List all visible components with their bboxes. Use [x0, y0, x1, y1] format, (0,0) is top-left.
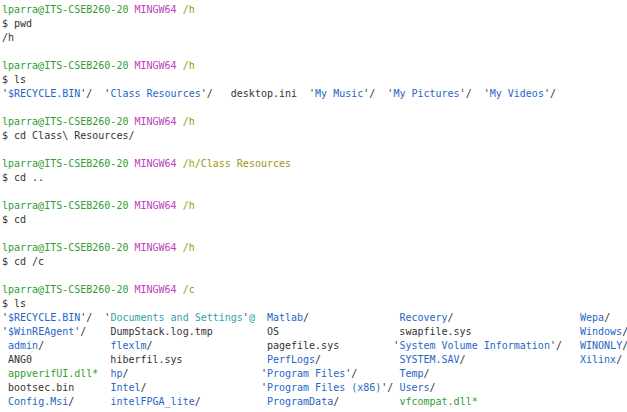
- terminal-text-segment: /h/Class Resources: [183, 158, 291, 169]
- terminal-line: lparra@ITS-CSEB260-20 MINGW64 /h: [2, 199, 627, 213]
- terminal-text-segment: Recovery: [399, 312, 447, 323]
- terminal-text-segment: WINONLY: [580, 340, 622, 351]
- terminal-text-segment: /h: [183, 4, 195, 15]
- terminal-line: lparra@ITS-CSEB260-20 MINGW64 /h: [2, 59, 627, 73]
- terminal-text-segment: /: [622, 340, 627, 351]
- terminal-text-segment: lparra@ITS-CSEB260-20: [2, 4, 128, 15]
- terminal-line: lparra@ITS-CSEB260-20 MINGW64 /h: [2, 3, 627, 17]
- terminal-text-segment: / ': [140, 382, 266, 393]
- terminal-text-segment: /h: [183, 200, 195, 211]
- terminal-text-segment: SYSTEM.SAV: [399, 354, 459, 365]
- terminal-text-segment: '/: [381, 382, 399, 393]
- terminal-line: lparra@ITS-CSEB260-20 MINGW64 /c: [2, 283, 627, 297]
- terminal-text-segment: ProgramData: [267, 396, 333, 407]
- terminal-text-segment: '/: [544, 88, 556, 99]
- terminal-line: $ pwd: [2, 17, 627, 31]
- terminal-text-segment: /: [38, 340, 110, 351]
- terminal-text-segment: lparra@ITS-CSEB260-20: [2, 116, 128, 127]
- terminal-text-segment: My Pictures: [393, 88, 459, 99]
- terminal-text-segment: Intel: [110, 382, 140, 393]
- terminal-text-segment: lparra@ITS-CSEB260-20: [2, 200, 128, 211]
- terminal-text-segment: Users: [399, 382, 429, 393]
- terminal-text-segment: /h: [183, 242, 195, 253]
- terminal-text-segment: /h: [183, 116, 195, 127]
- terminal-line: admin/ flexlm/ pagefile.sys 'System Volu…: [2, 339, 627, 353]
- terminal-line: [2, 227, 627, 241]
- terminal-text-segment: /: [448, 312, 580, 323]
- terminal-text-segment: /: [460, 354, 580, 365]
- terminal-text-segment: Windows: [580, 326, 622, 337]
- terminal-text-segment: /h: [2, 32, 14, 43]
- terminal-text-segment: '/: [550, 340, 580, 351]
- terminal-text-segment: ANG0 hiberfil.sys: [2, 354, 267, 365]
- terminal-text-segment: $ cd: [2, 214, 26, 225]
- terminal-text-segment: /h: [183, 60, 195, 71]
- terminal-text-segment: flexlm: [110, 340, 146, 351]
- terminal-text-segment: lparra@ITS-CSEB260-20: [2, 60, 128, 71]
- terminal-text-segment: MINGW64: [134, 116, 176, 127]
- terminal-text-segment: MINGW64: [134, 200, 176, 211]
- terminal-text-segment: / pagefile.sys ': [147, 340, 400, 351]
- terminal-text-segment: '/: [345, 368, 399, 379]
- terminal-text-segment: MINGW64: [134, 284, 176, 295]
- terminal-text-segment: /: [429, 382, 435, 393]
- terminal-text-segment: Config.Msi: [8, 396, 68, 407]
- terminal-text-segment: MINGW64: [134, 158, 176, 169]
- terminal-line: $ ls: [2, 297, 627, 311]
- terminal-text-segment: '/ DumpStack.log.tmp OS swapfile.sys: [74, 326, 580, 337]
- terminal-text-segment: $ ls: [2, 298, 26, 309]
- terminal-text-segment: /: [315, 354, 399, 365]
- terminal-line: [2, 269, 627, 283]
- terminal-text-segment: bootsec.bin: [2, 382, 110, 393]
- terminal-line: appverifUI.dll* hp/ 'Program Files'/ Tem…: [2, 367, 627, 381]
- terminal-text-segment: admin: [8, 340, 38, 351]
- terminal-line: $ ls: [2, 73, 627, 87]
- terminal-text-segment: Class Resources: [110, 88, 200, 99]
- terminal-text-segment: $ cd ..: [2, 172, 44, 183]
- terminal-text-segment: $ cd /c: [2, 256, 44, 267]
- terminal-text-segment: $ ls: [2, 74, 26, 85]
- terminal-text-segment: hp: [110, 368, 122, 379]
- terminal-line: /h: [2, 31, 627, 45]
- terminal-text-segment: /: [622, 326, 627, 337]
- terminal-text-segment: [98, 368, 110, 379]
- terminal-line: $ cd Class\ Resources/: [2, 129, 627, 143]
- terminal-text-segment: /: [604, 312, 610, 323]
- terminal-text-segment: $RECYCLE.BIN: [8, 312, 80, 323]
- terminal-text-segment: Documents and Settings: [110, 312, 242, 323]
- terminal-text-segment: [255, 312, 267, 323]
- terminal-line: [2, 45, 627, 59]
- terminal-text-segment: appverifUI.dll*: [8, 368, 98, 379]
- terminal-text-segment: lparra@ITS-CSEB260-20: [2, 284, 128, 295]
- terminal-text-segment: MINGW64: [134, 242, 176, 253]
- terminal-text-segment: Program Files (x86): [267, 382, 381, 393]
- terminal-line: Config.Msi/ intelFPGA_lite/ ProgramData/…: [2, 395, 627, 409]
- terminal-line: lparra@ITS-CSEB260-20 MINGW64 /h/Class R…: [2, 157, 627, 171]
- terminal-line: ANG0 hiberfil.sys PerfLogs/ SYSTEM.SAV/ …: [2, 353, 627, 367]
- terminal-line: [2, 101, 627, 115]
- terminal-line: $ cd: [2, 213, 627, 227]
- terminal-text-segment: lparra@ITS-CSEB260-20: [2, 242, 128, 253]
- terminal-text-segment: '/ ': [460, 88, 490, 99]
- terminal-line: $ cd /c: [2, 255, 627, 269]
- terminal-text-segment: $ cd Class\ Resources/: [2, 130, 134, 141]
- terminal-text-segment: '/ ': [80, 88, 110, 99]
- terminal-line: '$RECYCLE.BIN'/ 'Class Resources'/ deskt…: [2, 87, 627, 101]
- terminal-line: [2, 143, 627, 157]
- terminal-text-segment: / ': [122, 368, 267, 379]
- terminal-text-segment: MINGW64: [134, 60, 176, 71]
- terminal-text-segment: System Volume Information: [399, 340, 550, 351]
- terminal-text-segment: My Videos: [490, 88, 544, 99]
- terminal-line: lparra@ITS-CSEB260-20 MINGW64 /h: [2, 115, 627, 129]
- terminal-line: bootsec.bin Intel/ 'Program Files (x86)'…: [2, 381, 627, 395]
- terminal-text-segment: Xilinx: [580, 354, 616, 365]
- terminal-text-segment: MINGW64: [134, 4, 176, 15]
- terminal-text-segment: '/ ': [363, 88, 393, 99]
- terminal-text-segment: intelFPGA_lite: [110, 396, 194, 407]
- terminal-text-segment: $RECYCLE.BIN: [8, 88, 80, 99]
- terminal-text-segment: Temp: [399, 368, 423, 379]
- terminal-line: '$RECYCLE.BIN'/ 'Documents and Settings'…: [2, 311, 627, 325]
- terminal-output[interactable]: lparra@ITS-CSEB260-20 MINGW64 /h$ pwd/hl…: [0, 0, 627, 412]
- terminal-text-segment: My Music: [315, 88, 363, 99]
- terminal-text-segment: /: [68, 396, 110, 407]
